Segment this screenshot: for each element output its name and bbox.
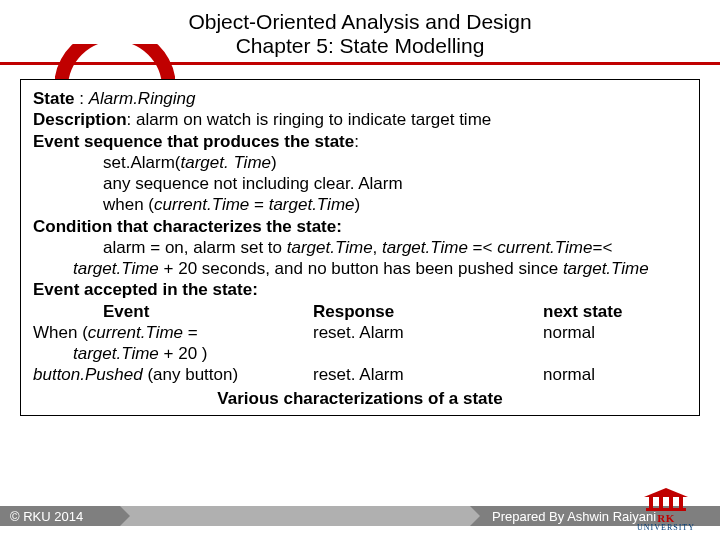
footer-spacer — [120, 506, 470, 526]
footer-copyright: © RKU 2014 — [0, 506, 120, 526]
cond-label: Condition that characterizes the state: — [33, 216, 687, 237]
title-line1: Object-Oriented Analysis and Design — [0, 10, 720, 34]
table-row: When (current.Time = reset. Alarm normal — [33, 322, 687, 343]
evseq-label: Event sequence that produces the state: — [33, 131, 687, 152]
evseq-3: when (current.Time = target.Time) — [33, 194, 687, 215]
building-icon — [644, 488, 688, 512]
description-line: Description: alarm on watch is ringing t… — [33, 109, 687, 130]
rku-logo: RK UNIVERSITY — [626, 488, 706, 534]
evacc-label: Event accepted in the state: — [33, 279, 687, 300]
evseq-1: set.Alarm(target. Time) — [33, 152, 687, 173]
logo-text-2: UNIVERSITY — [626, 524, 706, 532]
table-row: button.Pushed (any button) reset. Alarm … — [33, 364, 687, 385]
evseq-2: any sequence not including clear. Alarm — [33, 173, 687, 194]
state-box: State : Alarm.Ringing Description: alarm… — [20, 79, 700, 416]
box-caption: Various characterizations of a state — [33, 386, 687, 409]
cond-1: alarm = on, alarm set to target.Time, ta… — [33, 237, 687, 258]
footer: © RKU 2014 Prepared By Ashwin Raiyani — [0, 506, 720, 526]
cond-2: target.Time + 20 seconds, and no button … — [33, 258, 687, 279]
table-row: target.Time + 20 ) — [33, 343, 687, 364]
table-header: Event Response next state — [33, 301, 687, 322]
state-line: State : Alarm.Ringing — [33, 88, 687, 109]
